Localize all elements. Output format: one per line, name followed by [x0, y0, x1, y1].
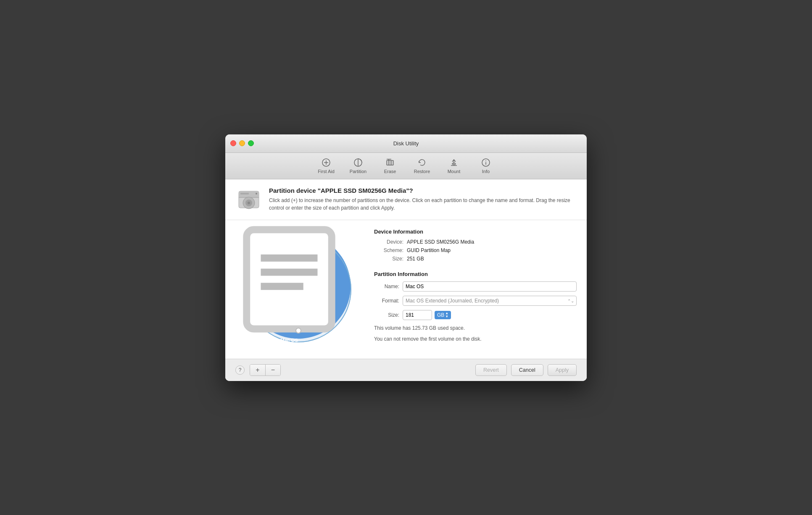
toolbar: First Aid Partition	[225, 153, 587, 179]
name-form-label: Name:	[374, 284, 399, 289]
first-aid-icon	[322, 157, 331, 168]
macos-partition-label: Mac OS 181 GB	[232, 223, 346, 351]
name-input[interactable]	[403, 281, 577, 292]
device-info-title: Device Information	[374, 229, 577, 235]
svg-rect-28	[247, 230, 332, 329]
scheme-label: Scheme:	[374, 247, 403, 253]
first-aid-label: First Aid	[318, 169, 335, 174]
toolbar-item-first-aid[interactable]: First Aid	[311, 155, 341, 176]
size-value: 251 GB	[407, 256, 577, 262]
device-value: APPLE SSD SM0256G Media	[407, 239, 577, 245]
maximize-button[interactable]	[248, 140, 254, 146]
minimize-button[interactable]	[239, 140, 245, 146]
mount-icon	[449, 157, 459, 168]
disk-utility-window: Disk Utility First Aid Partition	[225, 134, 587, 381]
toolbar-item-erase[interactable]: Erase	[375, 155, 405, 176]
footer-left: ? + −	[235, 364, 281, 376]
add-remove-group: + −	[250, 364, 281, 376]
erase-icon	[385, 157, 395, 168]
titlebar: Disk Utility	[225, 134, 587, 153]
restore-label: Restore	[414, 169, 430, 174]
dialog-title: Partition device "APPLE SSD SM0256G Medi…	[269, 187, 572, 194]
dialog-footer: ? + − Revert Cancel Apply	[225, 359, 587, 381]
footer-right: Revert Cancel Apply	[475, 364, 577, 376]
erase-label: Erase	[384, 169, 396, 174]
scheme-value: GUID Partition Map	[407, 247, 577, 253]
dialog-header-text: Partition device "APPLE SSD SM0256G Medi…	[269, 187, 572, 212]
partition-info-title: Partition Information	[374, 271, 577, 277]
format-row: Format: Mac OS Extended (Journaled, Encr…	[374, 296, 577, 306]
size-unit-stepper[interactable]: ▲ ▼	[445, 312, 448, 318]
chart-area: Free space 68.8 GB Free space 69.4 GB	[235, 229, 361, 350]
svg-point-15	[486, 160, 486, 161]
add-partition-button[interactable]: +	[250, 365, 265, 376]
size-form-label: Size:	[374, 312, 399, 318]
svg-point-23	[256, 193, 257, 194]
apply-button[interactable]: Apply	[548, 364, 577, 376]
resize-handle[interactable]	[295, 328, 301, 334]
size-input[interactable]	[403, 310, 432, 320]
info-icon	[481, 157, 490, 168]
toolbar-item-mount[interactable]: Mount	[439, 155, 469, 176]
partition-label: Partition	[350, 169, 366, 174]
name-row: Name:	[374, 281, 577, 292]
size-unit-label: GB	[437, 312, 444, 318]
size-label: Size:	[374, 256, 403, 262]
toolbar-item-info[interactable]: Info	[471, 155, 501, 176]
volume-remove-note: You can not remove the first volume on t…	[374, 335, 577, 343]
restore-icon	[417, 157, 427, 168]
remove-partition-button[interactable]: −	[265, 365, 280, 376]
info-panel: Device Information Device: APPLE SSD SM0…	[374, 229, 577, 350]
close-button[interactable]	[230, 140, 236, 146]
disk-drive-icon	[235, 187, 262, 214]
cancel-button[interactable]: Cancel	[511, 364, 543, 376]
partition-pie-chart: Free space 68.8 GB Free space 69.4 GB	[242, 233, 355, 346]
size-row: Size: GB ▲ ▼	[374, 310, 577, 320]
toolbar-item-partition[interactable]: Partition	[343, 155, 373, 176]
window-title: Disk Utility	[393, 140, 419, 147]
svg-point-21	[248, 202, 250, 204]
volume-used-note: This volume has 125.73 GB used space.	[374, 324, 577, 332]
device-info-grid: Device: APPLE SSD SM0256G Media Scheme: …	[374, 239, 577, 262]
revert-button[interactable]: Revert	[475, 364, 507, 376]
svg-rect-22	[240, 193, 249, 194]
partition-info-section: Partition Information Name: Format: Mac …	[374, 271, 577, 343]
help-button[interactable]: ?	[235, 365, 245, 375]
format-form-label: Format:	[374, 298, 399, 304]
format-select-wrapper: Mac OS Extended (Journaled, Encrypted) ⌃…	[403, 296, 577, 306]
traffic-lights	[230, 140, 254, 146]
dialog-description: Click add (+) to increase the number of …	[269, 197, 572, 212]
mount-label: Mount	[448, 169, 461, 174]
info-label: Info	[482, 169, 490, 174]
dialog-header: Partition device "APPLE SSD SM0256G Medi…	[225, 179, 587, 220]
device-info-section: Device Information Device: APPLE SSD SM0…	[374, 229, 577, 262]
format-select[interactable]: Mac OS Extended (Journaled, Encrypted)	[403, 296, 577, 306]
device-label: Device:	[374, 239, 403, 245]
toolbar-item-restore[interactable]: Restore	[407, 155, 437, 176]
dialog-body: Free space 68.8 GB Free space 69.4 GB	[225, 220, 587, 359]
partition-icon	[353, 157, 363, 168]
main-content: Partition device "APPLE SSD SM0256G Medi…	[225, 179, 587, 381]
size-unit-control[interactable]: GB ▲ ▼	[435, 311, 451, 319]
size-controls: GB ▲ ▼	[403, 310, 451, 320]
